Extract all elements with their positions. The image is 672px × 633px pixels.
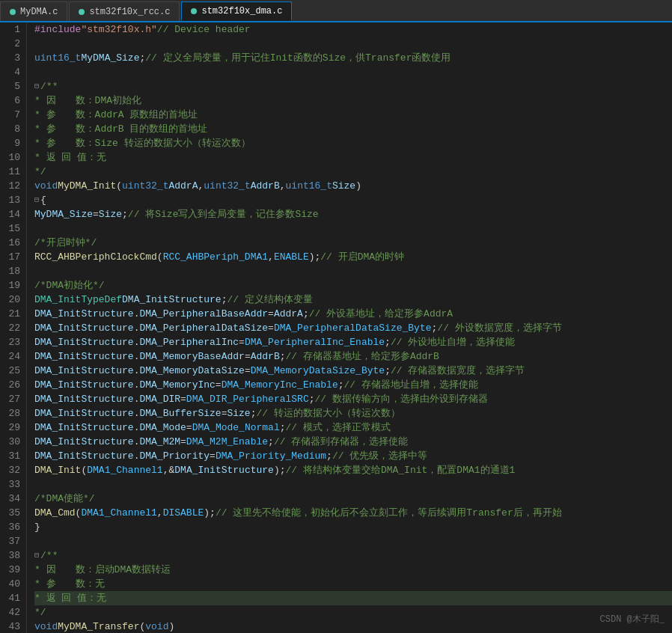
code-line-26: DMA_InitStructure.DMA_MemoryInc = DMA_Me…: [34, 378, 672, 392]
line-number-39: 39: [6, 563, 20, 577]
line-number-13: 13: [6, 193, 20, 207]
code-line-29: DMA_InitStructure.DMA_Mode = DMA_Mode_No…: [34, 421, 672, 435]
code-line-19: /*DMA初始化*/: [34, 278, 672, 293]
line-number-42: 42: [6, 605, 20, 620]
line-number-2: 2: [6, 37, 20, 51]
code-line-28: DMA_InitStructure.DMA_BufferSize = Size;…: [34, 406, 672, 421]
line-number-22: 22: [6, 321, 20, 335]
line-number-33: 33: [6, 477, 20, 492]
code-line-8: * 参 数：AddrB 目的数组的首地址: [34, 122, 672, 136]
code-line-13: ⊟{: [34, 193, 672, 207]
line-number-5: 5: [6, 79, 20, 94]
line-number-37: 37: [6, 534, 20, 548]
code-line-2: [34, 37, 672, 51]
code-line-39: * 因 数：启动DMA数据转运: [34, 563, 672, 577]
tab-0[interactable]: MyDMA.c: [0, 1, 67, 21]
line-number-38: 38: [6, 548, 20, 563]
line-number-25: 25: [6, 364, 20, 378]
code-line-32: DMA_Init(DMA1_Channel1, &DMA_InitStructu…: [34, 463, 672, 477]
line-number-20: 20: [6, 293, 20, 307]
line-number-32: 32: [6, 463, 20, 477]
tab-1[interactable]: stm32f10x_rcc.c: [69, 1, 180, 21]
line-number-11: 11: [6, 165, 20, 179]
code-line-35: DMA_Cmd(DMA1_Channel1, DISABLE); // 这里先不…: [34, 506, 672, 520]
tab-2[interactable]: stm32f10x_dma.c: [181, 1, 292, 21]
line-number-36: 36: [6, 520, 20, 534]
code-line-6: * 因 数：DMA初始化: [34, 94, 672, 108]
code-line-4: [34, 65, 672, 79]
code-line-11: */: [34, 165, 672, 179]
code-line-25: DMA_InitStructure.DMA_MemoryDataSize = D…: [34, 364, 672, 378]
line-number-21: 21: [6, 307, 20, 321]
line-number-41: 41: [6, 591, 20, 605]
code-line-43: void MyDMA_Transfer(void): [34, 620, 672, 633]
line-number-14: 14: [6, 207, 20, 221]
code-line-12: void MyDMA_Init(uint32_t AddrA, uint32_t…: [34, 179, 672, 193]
line-number-34: 34: [6, 492, 20, 506]
line-number-19: 19: [6, 278, 20, 293]
code-line-24: DMA_InitStructure.DMA_MemoryBaseAddr = A…: [34, 349, 672, 364]
code-line-9: * 参 数：Size 转运的数据大小（转运次数）: [34, 136, 672, 150]
line-number-1: 1: [6, 22, 20, 37]
code-line-21: DMA_InitStructure.DMA_PeripheralBaseAddr…: [34, 307, 672, 321]
line-number-43: 43: [6, 620, 20, 633]
line-number-17: 17: [6, 250, 20, 264]
line-number-29: 29: [6, 421, 20, 435]
line-number-3: 3: [6, 51, 20, 65]
line-number-10: 10: [6, 150, 20, 165]
line-number-15: 15: [6, 221, 20, 236]
code-line-42: */: [34, 605, 672, 620]
code-line-41: * 返 回 值：无: [34, 591, 672, 605]
code-line-31: DMA_InitStructure.DMA_Priority = DMA_Pri…: [34, 449, 672, 463]
line-number-24: 24: [6, 349, 20, 364]
line-number-12: 12: [6, 179, 20, 193]
code-line-1: #include "stm32f10x.h" // Device header: [34, 22, 672, 37]
line-number-40: 40: [6, 577, 20, 591]
line-number-6: 6: [6, 94, 20, 108]
editor: 1234567891011121314151617181920212223242…: [0, 22, 672, 633]
line-number-31: 31: [6, 449, 20, 463]
line-number-30: 30: [6, 435, 20, 449]
code-line-18: [34, 264, 672, 278]
code-line-7: * 参 数：AddrA 原数组的首地址: [34, 108, 672, 122]
code-line-37: [34, 534, 672, 548]
line-number-4: 4: [6, 65, 20, 79]
code-line-16: /*开启时钟*/: [34, 236, 672, 250]
line-numbers: 1234567891011121314151617181920212223242…: [0, 22, 27, 633]
line-number-28: 28: [6, 406, 20, 421]
line-number-23: 23: [6, 335, 20, 349]
code-line-5: ⊟/**: [34, 79, 672, 94]
line-number-27: 27: [6, 392, 20, 406]
code-line-14: MyDMA_Size = Size; // 将Size写入到全局变量，记住参数S…: [34, 207, 672, 221]
tab-bar: MyDMA.cstm32f10x_rcc.cstm32f10x_dma.c: [0, 0, 672, 22]
code-line-40: * 参 数：无: [34, 577, 672, 591]
line-number-18: 18: [6, 264, 20, 278]
code-line-22: DMA_InitStructure.DMA_PeripheralDataSize…: [34, 321, 672, 335]
code-line-20: DMA_InitTypeDef DMA_InitStructure; // 定义…: [34, 293, 672, 307]
line-number-16: 16: [6, 236, 20, 250]
code-line-34: /*DMA使能*/: [34, 492, 672, 506]
code-line-23: DMA_InitStructure.DMA_PeripheralInc = DM…: [34, 335, 672, 349]
code-area: #include "stm32f10x.h" // Device header …: [27, 22, 672, 633]
code-line-38: ⊟/**: [34, 548, 672, 563]
line-number-9: 9: [6, 136, 20, 150]
code-line-3: uint16_t MyDMA_Size; // 定义全局变量，用于记住Init函…: [34, 51, 672, 65]
line-number-8: 8: [6, 122, 20, 136]
code-line-33: [34, 477, 672, 492]
watermark: CSDN @木子阳_: [600, 613, 665, 626]
code-line-17: RCC_AHBPeriphClockCmd(RCC_AHBPeriph_DMA1…: [34, 250, 672, 264]
line-number-35: 35: [6, 506, 20, 520]
line-number-26: 26: [6, 378, 20, 392]
code-line-30: DMA_InitStructure.DMA_M2M = DMA_M2M_Enab…: [34, 435, 672, 449]
line-number-7: 7: [6, 108, 20, 122]
code-line-27: DMA_InitStructure.DMA_DIR = DMA_DIR_Peri…: [34, 392, 672, 406]
code-line-10: * 返 回 值：无: [34, 150, 672, 165]
code-line-36: }: [34, 520, 672, 534]
code-line-15: [34, 221, 672, 236]
